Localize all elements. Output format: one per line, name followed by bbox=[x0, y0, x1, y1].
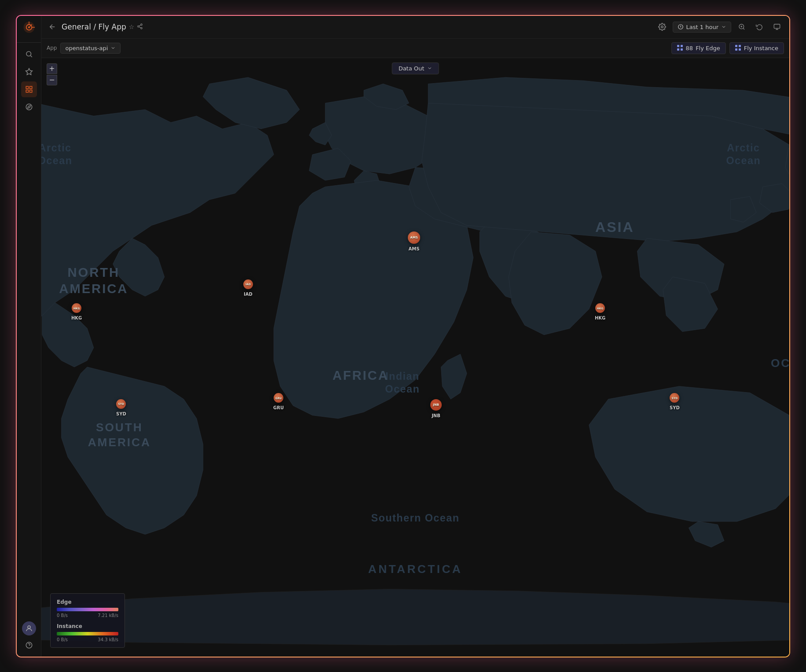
svg-text:AMERICA: AMERICA bbox=[88, 435, 151, 448]
app-select-value: openstatus-api bbox=[65, 45, 108, 51]
svg-rect-9 bbox=[26, 86, 28, 88]
sidebar-bottom bbox=[21, 621, 37, 653]
svg-point-13 bbox=[26, 104, 32, 110]
legend-edge-bar bbox=[57, 608, 118, 611]
svg-text:Southern Ocean: Southern Ocean bbox=[371, 512, 459, 523]
pin-gru[interactable]: GRU GRU bbox=[273, 393, 284, 410]
breadcrumb-text: General / Fly App bbox=[62, 22, 126, 31]
legend-edge-section: Edge 0 B/s 7.21 kB/s bbox=[57, 599, 118, 618]
svg-text:Arctic: Arctic bbox=[41, 142, 72, 154]
pin-hkg-right[interactable]: HKG HKG bbox=[595, 303, 605, 320]
legend-instance-min: 0 B/s bbox=[57, 637, 68, 642]
svg-text:AFRICA: AFRICA bbox=[333, 368, 389, 382]
pin-jnb-label: JNB bbox=[432, 413, 440, 418]
fly-edge-count: 88 bbox=[686, 45, 693, 51]
svg-line-22 bbox=[139, 26, 141, 27]
legend-panel: Edge 0 B/s 7.21 kB/s Instance 0 B/s 34.3… bbox=[50, 593, 125, 648]
pin-gru-label: GRU bbox=[273, 405, 284, 410]
settings-button[interactable] bbox=[655, 20, 669, 34]
svg-rect-30 bbox=[774, 24, 780, 28]
svg-point-24 bbox=[661, 26, 663, 28]
pin-hkg-left[interactable]: HKG HKG bbox=[71, 303, 82, 320]
zoom-in-button[interactable]: + bbox=[47, 63, 57, 74]
svg-text:Ocean: Ocean bbox=[385, 383, 420, 395]
legend-instance-scale: 0 B/s 34.3 kB/s bbox=[57, 637, 118, 642]
svg-text:Ocean: Ocean bbox=[41, 155, 72, 166]
sidebar-item-search[interactable] bbox=[21, 46, 37, 62]
pin-iad[interactable]: IAD IAD bbox=[243, 279, 253, 297]
svg-text:Indian: Indian bbox=[385, 371, 420, 382]
app-label: App bbox=[47, 44, 57, 52]
subbar-right: 88 Fly Edge Fly Instance bbox=[671, 42, 784, 54]
grafana-logo[interactable] bbox=[21, 19, 37, 35]
fly-edge-icon bbox=[677, 45, 683, 51]
svg-line-23 bbox=[139, 25, 141, 26]
breadcrumb: General / Fly App ☆ bbox=[62, 22, 652, 31]
map-controls: + − bbox=[47, 63, 57, 85]
svg-line-27 bbox=[743, 28, 744, 29]
svg-text:Ocean: Ocean bbox=[726, 155, 761, 166]
svg-text:OCEAN: OCEAN bbox=[771, 356, 789, 369]
svg-rect-12 bbox=[29, 90, 32, 92]
svg-text:Arctic: Arctic bbox=[727, 142, 760, 154]
svg-marker-8 bbox=[26, 68, 32, 74]
pin-ams[interactable]: AMS AMS bbox=[408, 231, 420, 251]
legend-edge-min: 0 B/s bbox=[57, 613, 68, 618]
topbar-actions: Last 1 hour bbox=[655, 20, 784, 34]
pin-hkg-right-label: HKG bbox=[595, 316, 605, 320]
svg-rect-11 bbox=[26, 90, 28, 92]
svg-text:NORTH: NORTH bbox=[68, 265, 120, 279]
pin-hkg-left-label: HKG bbox=[71, 316, 82, 320]
fly-edge-label: Fly Edge bbox=[696, 45, 720, 51]
fly-instance-label: Fly Instance bbox=[744, 45, 778, 51]
time-range-button[interactable]: Last 1 hour bbox=[673, 22, 731, 33]
pin-syd-right-label: SYD bbox=[670, 405, 680, 410]
sidebar-item-dashboards[interactable] bbox=[21, 81, 37, 97]
time-range-label: Last 1 hour bbox=[686, 24, 718, 30]
data-out-label: Data Out bbox=[399, 65, 425, 72]
svg-text:AMERICA: AMERICA bbox=[59, 281, 128, 295]
svg-point-20 bbox=[138, 26, 139, 27]
refresh-button[interactable] bbox=[752, 20, 766, 34]
zoom-out-button[interactable]: − bbox=[47, 75, 57, 85]
topbar: General / Fly App ☆ bbox=[41, 16, 789, 39]
fly-instance-button[interactable]: Fly Instance bbox=[729, 42, 784, 54]
pin-ams-label: AMS bbox=[409, 246, 420, 251]
sidebar-item-help[interactable] bbox=[21, 637, 37, 653]
svg-text:ANTARCTICA: ANTARCTICA bbox=[368, 562, 462, 575]
pin-syd-left-label: SYD bbox=[116, 411, 126, 416]
svg-rect-10 bbox=[29, 86, 32, 88]
svg-point-2 bbox=[28, 26, 29, 28]
svg-marker-14 bbox=[27, 105, 30, 108]
sidebar-item-starred[interactable] bbox=[21, 64, 37, 80]
display-button[interactable] bbox=[770, 20, 784, 34]
back-button[interactable] bbox=[47, 21, 58, 33]
user-avatar[interactable] bbox=[22, 621, 36, 635]
legend-instance-title: Instance bbox=[57, 623, 118, 629]
sidebar-item-explore[interactable] bbox=[21, 99, 37, 115]
fly-instance-icon bbox=[735, 45, 741, 51]
legend-instance-bar bbox=[57, 632, 118, 635]
app-select[interactable]: openstatus-api bbox=[60, 43, 121, 54]
main-area: General / Fly App ☆ bbox=[41, 16, 789, 657]
svg-point-21 bbox=[141, 27, 143, 29]
svg-line-7 bbox=[30, 55, 32, 57]
zoom-button[interactable] bbox=[735, 20, 749, 34]
sidebar bbox=[17, 16, 41, 657]
fly-edge-button[interactable]: 88 Fly Edge bbox=[671, 42, 726, 54]
pin-syd-right[interactable]: SYD SYD bbox=[670, 393, 680, 410]
data-out-dropdown[interactable]: Data Out bbox=[392, 62, 439, 74]
pin-jnb[interactable]: JNB JNB bbox=[430, 399, 442, 418]
legend-edge-title: Edge bbox=[57, 599, 118, 605]
star-icon[interactable]: ☆ bbox=[129, 23, 135, 30]
share-icon[interactable] bbox=[137, 23, 143, 31]
svg-point-6 bbox=[26, 51, 31, 56]
map-container: OCEAN OCEAN Indian Ocean Arctic Ocean Ar… bbox=[41, 58, 789, 657]
legend-edge-scale: 0 B/s 7.21 kB/s bbox=[57, 613, 118, 618]
pin-iad-label: IAD bbox=[244, 292, 253, 297]
legend-instance-max: 34.3 kB/s bbox=[98, 637, 118, 642]
svg-point-15 bbox=[28, 626, 30, 628]
pin-syd-left[interactable]: SYD SYD bbox=[116, 399, 126, 416]
svg-text:ASIA: ASIA bbox=[595, 219, 634, 235]
legend-instance-section: Instance 0 B/s 34.3 kB/s bbox=[57, 623, 118, 642]
